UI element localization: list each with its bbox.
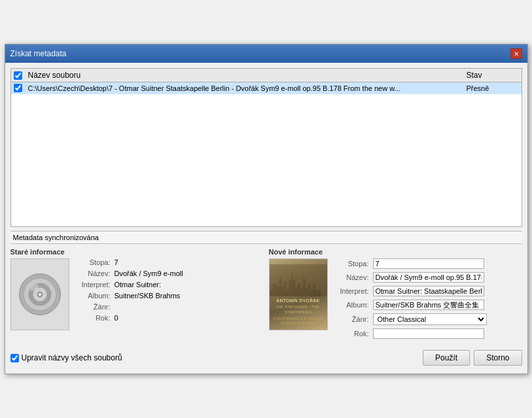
new-genre-label: Žánr: <box>330 315 373 323</box>
apply-button[interactable]: Použít <box>423 350 470 366</box>
bottom-bar: Upravit názvy všech souborů Použít Storn… <box>10 347 522 368</box>
old-artist-label: Interpret: <box>72 281 115 288</box>
old-album-value: Suitner/SKB Brahms <box>115 292 181 300</box>
col-status-header: Stav <box>467 71 519 80</box>
new-artist-label: Interpret: <box>330 287 373 295</box>
new-year-input[interactable] <box>373 328 484 339</box>
new-title-label: Název: <box>330 273 373 281</box>
new-genre-select[interactable]: Other Classical <box>373 313 487 325</box>
new-artist-input[interactable] <box>373 286 484 296</box>
file-list-body: C:\Users\Czech\Desktop\7 - Otmar Suitner… <box>11 82 522 226</box>
album-art-line4: Otmar Suitner <box>270 321 327 326</box>
file-list-header: Název souboru Stav <box>11 69 522 82</box>
new-info-panel: Nové informace Antonín Dvořák <box>269 248 522 342</box>
album-art-line2: Die Sinfonien · The Symphonies <box>270 305 327 314</box>
new-album-row: Album: <box>330 300 522 310</box>
file-path: C:\Users\Czech\Desktop\7 - Otmar Suitner… <box>28 84 467 92</box>
new-fields: Stopa: Název: Interpret: Album: <box>330 258 522 342</box>
new-track-row: Stopa: <box>330 258 522 269</box>
old-year-label: Rok: <box>72 314 115 322</box>
old-album-label: Album: <box>72 292 115 300</box>
old-album-row: Album: Suitner/SKB Brahms <box>72 292 264 300</box>
svg-point-5 <box>38 292 41 296</box>
metadata-section: Staré informace <box>10 248 522 342</box>
new-album-label: Album: <box>330 301 373 309</box>
old-genre-label: Žánr: <box>72 303 115 311</box>
col-name-header: Název souboru <box>28 71 467 80</box>
old-fields: Stopa: 7 Název: Dvořák / Sym9 e-moll Int… <box>72 258 264 330</box>
old-artist-value: Otmar Suitner: <box>115 281 162 288</box>
new-year-label: Rok: <box>330 330 373 338</box>
old-genre-row: Žánr: <box>72 303 264 311</box>
new-title-input[interactable] <box>373 272 484 283</box>
old-title-label: Název: <box>72 270 115 277</box>
new-artist-row: Interpret: <box>330 286 522 296</box>
old-title-row: Název: Dvořák / Sym9 e-moll <box>72 270 264 277</box>
old-album-art <box>10 258 69 330</box>
header-checkbox[interactable] <box>14 71 22 80</box>
new-album-art: Antonín Dvořák Die Sinfonien · The Symph… <box>269 258 328 330</box>
new-track-label: Stopa: <box>330 260 373 268</box>
old-year-row: Rok: 0 <box>72 314 264 322</box>
bottom-right: Použít Storno <box>423 350 522 366</box>
new-album-input[interactable] <box>373 300 484 310</box>
status-bar: Metadata synchronizována <box>10 231 522 244</box>
album-art-line1: Antonín Dvořák <box>270 298 327 304</box>
row-checkbox[interactable] <box>14 84 22 92</box>
album-art-line3: Staatskapelle Berlin <box>270 317 327 321</box>
status-text: Metadata synchronizována <box>13 234 99 241</box>
album-art-overlay <box>270 259 327 302</box>
new-info-title: Nové informace <box>269 248 522 256</box>
old-track-row: Stopa: 7 <box>72 258 264 266</box>
old-year-value: 0 <box>115 314 118 322</box>
new-year-row: Rok: <box>330 328 522 339</box>
main-window: Získat metadata ✕ Název souboru Stav C:\… <box>5 44 528 374</box>
cd-icon <box>17 271 63 317</box>
bottom-left: Upravit názvy všech souborů <box>10 353 122 362</box>
old-track-label: Stopa: <box>72 258 115 266</box>
old-info-title: Staré informace <box>10 248 264 256</box>
edit-all-label: Upravit názvy všech souborů <box>22 353 122 362</box>
new-genre-row: Žánr: Other Classical <box>330 313 522 325</box>
old-title-value: Dvořák / Sym9 e-moll <box>115 270 183 277</box>
file-status: Přesně <box>467 84 519 92</box>
close-button[interactable]: ✕ <box>510 48 522 59</box>
file-list-container: Název souboru Stav C:\Users\Czech\Deskto… <box>10 68 522 227</box>
edit-all-checkbox[interactable] <box>10 354 19 362</box>
old-artist-row: Interpret: Otmar Suitner: <box>72 281 264 288</box>
new-title-row: Název: <box>330 272 522 283</box>
old-info-panel: Staré informace <box>10 248 264 342</box>
window-title: Získat metadata <box>10 49 67 58</box>
table-row[interactable]: C:\Users\Czech\Desktop\7 - Otmar Suitner… <box>11 82 522 94</box>
titlebar: Získat metadata ✕ <box>5 44 527 63</box>
new-track-input[interactable] <box>373 258 484 269</box>
cancel-button[interactable]: Storno <box>474 350 522 366</box>
old-track-value: 7 <box>115 258 118 266</box>
